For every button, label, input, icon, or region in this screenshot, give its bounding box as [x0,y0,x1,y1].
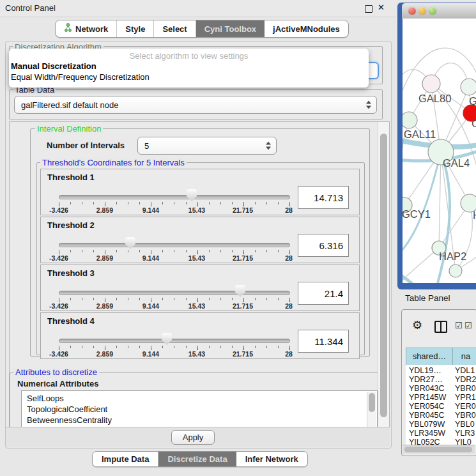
list-scrollbar-thumb[interactable] [369,393,375,412]
table-cell[interactable]: YBR043C [409,384,445,393]
node-partial[interactable] [449,265,462,277]
threshold-2-value-field[interactable]: 6.316 [298,234,349,257]
node-gal11[interactable] [403,112,417,128]
scale-label: -3.426 [38,254,79,262]
threshold-3-label: Threshold 3 [47,268,95,278]
numerical-attributes-list: SelfLoops TopologicalCoefficient Between… [21,390,378,428]
threshold-2-slider-handle[interactable] [125,237,135,249]
scale-label: 9.144 [130,206,171,214]
scale-label: 2.859 [84,302,125,310]
settings-scroll-area: Interval Definition Number of Intervals … [9,121,390,428]
split-view-icon[interactable] [434,321,447,333]
threshold-4-box: Threshold 4 -3.426 2.859 9.144 15.43 21.… [40,312,360,359]
node-label-gal11: GAL11 [404,128,436,140]
tab-label: jActiveMNodules [273,24,340,34]
table-cell[interactable]: YDL19… [409,366,441,375]
combobox-arrows-icon [366,101,372,109]
dropdown-option-manual[interactable]: Manual Discretization [9,61,369,72]
settings-scrollbar-thumb[interactable] [380,134,387,417]
threshold-1-value-field[interactable]: 14.713 [298,186,349,209]
node-label-gal4: GAL4 [443,157,470,169]
network-nodes[interactable] [403,75,476,277]
table-cell[interactable]: YBL0 [455,420,475,429]
table-cell[interactable]: YBL079W [409,420,445,429]
threshold-4-slider-handle[interactable] [162,333,172,345]
scale-label: 2.859 [84,254,125,262]
threshold-1-label: Threshold 1 [47,173,95,182]
column-header-name[interactable]: na [452,348,476,365]
list-scrollbar[interactable] [367,392,376,428]
table-cell[interactable]: YDR27… [409,375,443,384]
threshold-4-value-field[interactable]: 11.344 [298,330,349,353]
table-cell[interactable]: YLR3 [455,429,475,438]
table-data-combobox[interactable]: galFiltered.sif default node [14,96,377,114]
float-window-icon[interactable] [365,5,372,13]
tab-jactivemnodules[interactable]: jActiveMNodules [265,20,348,37]
threshold-3-slider-handle[interactable] [235,285,245,297]
number-of-intervals-label: Number of Intervals [47,141,125,150]
table-cell[interactable]: YLR345W [409,429,445,438]
threshold-3-value-field[interactable]: 21.4 [298,282,349,305]
attributes-group-title: Attributes to discretize [13,367,99,377]
threshold-2-label: Threshold 2 [47,220,95,230]
node-label-ga: GA [469,95,476,107]
dropdown-option-equal-width[interactable]: Equal Width/Frequency Discretization [9,72,369,82]
number-of-intervals-value: 5 [144,141,149,151]
table-cell[interactable]: YER054C [409,402,445,411]
table-cell[interactable]: YDR2 [455,375,476,384]
scale-label: -3.426 [38,302,79,310]
threshold-1-slider-track[interactable] [59,195,290,199]
control-panel-tabs: Network Style Select Cyni Toolbox jActiv… [55,20,349,38]
tab-cyni-toolbox[interactable]: Cyni Toolbox [196,20,265,37]
threshold-2-box: Threshold 2 -3.426 2.859 9.144 15.43 21.… [40,217,360,263]
checkbox-icon[interactable]: ☑ [455,321,463,330]
node-ga[interactable] [461,79,476,95]
threshold-3-slider-track[interactable] [59,291,290,295]
node-gal80[interactable] [422,75,440,93]
table-cell[interactable]: YER0 [455,402,476,411]
settings-scrollbar[interactable] [378,122,390,427]
dropdown-hint: Select algorithm to view settings [9,51,369,61]
number-of-intervals-combobox[interactable]: 5 [137,137,277,155]
scale-label: 21.715 [222,350,263,358]
list-item[interactable]: SelfLoops [22,391,377,404]
gear-icon[interactable]: ⚙ [412,318,422,332]
table-cell[interactable]: YBR0 [455,384,476,393]
list-item[interactable]: BetweennessCentrality [22,415,377,426]
table-horizontal-scrollbar[interactable] [403,445,475,454]
node-label-gcy1: GCY1 [403,208,431,220]
table-data-value: galFiltered.sif default node [21,100,118,110]
network-canvas[interactable]: GAL80 GA C GAL11 GAL4 GCY1 H HAP2 [403,19,476,283]
column-header-shared[interactable]: shared… [406,348,453,365]
threshold-3-box: Threshold 3 -3.426 2.859 9.144 15.43 21.… [40,265,360,311]
list-item[interactable]: TopologicalCoefficient [22,404,377,415]
tab-impute-data[interactable]: Impute Data [93,452,158,466]
tab-style[interactable]: Style [117,20,154,37]
tab-label: Cyni Toolbox [204,24,256,34]
checkbox-icon[interactable]: ☑ [464,321,472,330]
table-horizontal-scrollbar-thumb[interactable] [404,447,472,452]
threshold-4-slider-track[interactable] [59,339,290,343]
mac-close-icon[interactable] [408,7,416,15]
slider-minor-ticks [59,250,290,252]
threshold-2-slider-track[interactable] [59,243,290,247]
tab-label: Select [162,24,187,34]
table-cell[interactable]: YDL1 [455,366,475,375]
tab-network[interactable]: Network [56,20,117,37]
close-icon[interactable]: ✕ [378,3,385,12]
tab-select[interactable]: Select [154,20,196,37]
table-panel-title: Table Panel [405,293,450,303]
tab-infer-network[interactable]: Infer Network [236,452,307,466]
threshold-1-slider-handle[interactable] [187,189,197,201]
table-cell[interactable]: YBR0 [455,411,476,420]
mac-minimize-icon[interactable] [418,7,426,15]
network-window-titlebar[interactable] [402,3,476,19]
tab-discretize-data[interactable]: Discretize Data [158,452,236,466]
scale-label: 15.43 [176,350,217,358]
table-cell[interactable]: YPR145W [409,393,446,402]
mac-zoom-icon[interactable] [429,7,436,15]
apply-button[interactable]: Apply [171,430,215,445]
table-cell[interactable]: YBR045C [409,411,445,420]
slider-minor-ticks [59,202,290,204]
table-cell[interactable]: YPR1 [455,393,476,402]
